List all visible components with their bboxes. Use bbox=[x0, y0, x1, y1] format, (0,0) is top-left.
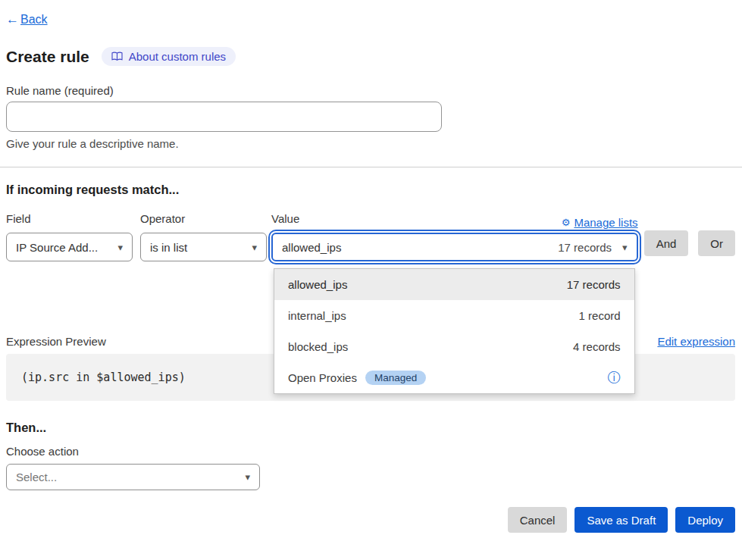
back-label: Back bbox=[20, 13, 48, 27]
manage-lists-link[interactable]: ⚙ Manage lists bbox=[562, 216, 638, 229]
operator-select[interactable]: is in list ▾ bbox=[140, 233, 267, 261]
chevron-down-icon: ▾ bbox=[622, 242, 628, 252]
field-select[interactable]: IP Source Add... ▾ bbox=[6, 233, 133, 261]
page-title: Create rule bbox=[6, 48, 89, 66]
value-dropdown-panel: allowed_ips 17 records internal_ips 1 re… bbox=[274, 268, 635, 394]
info-icon[interactable]: ⓘ bbox=[608, 371, 621, 384]
value-select-value: allowed_ips bbox=[282, 241, 341, 254]
manage-lists-label: Manage lists bbox=[574, 216, 637, 229]
option-records: 17 records bbox=[567, 278, 621, 291]
value-label: Value bbox=[271, 212, 299, 229]
operator-select-value: is in list bbox=[150, 241, 187, 254]
rule-name-label: Rule name (required) bbox=[6, 84, 735, 97]
action-select-placeholder: Select... bbox=[16, 471, 57, 483]
option-name: allowed_ips bbox=[288, 278, 347, 291]
expression-preview-label: Expression Preview bbox=[6, 335, 106, 348]
option-records: 1 record bbox=[579, 309, 621, 322]
rule-name-input[interactable] bbox=[6, 102, 442, 132]
dropdown-option-allowed-ips[interactable]: allowed_ips 17 records bbox=[274, 269, 634, 300]
save-as-draft-button[interactable]: Save as Draft bbox=[575, 507, 668, 533]
value-select-records: 17 records bbox=[558, 241, 612, 254]
match-section-heading: If incoming requests match... bbox=[6, 183, 735, 197]
chevron-down-icon: ▾ bbox=[245, 472, 250, 482]
choose-action-label: Choose action bbox=[6, 445, 735, 458]
managed-badge: Managed bbox=[365, 371, 426, 385]
about-badge-label: About custom rules bbox=[129, 50, 226, 63]
book-icon bbox=[111, 52, 123, 61]
deploy-button[interactable]: Deploy bbox=[675, 507, 735, 533]
option-records: 4 records bbox=[573, 340, 621, 353]
field-label: Field bbox=[6, 212, 133, 229]
field-select-value: IP Source Add... bbox=[16, 241, 98, 254]
section-divider bbox=[0, 167, 742, 167]
gear-icon: ⚙ bbox=[562, 217, 571, 228]
back-arrow-icon: ← bbox=[6, 12, 19, 27]
action-select[interactable]: Select... ▾ bbox=[6, 464, 260, 490]
create-rule-page: ←Back Create rule About custom rules Rul… bbox=[0, 0, 742, 533]
operator-label: Operator bbox=[140, 212, 267, 229]
and-button[interactable]: And bbox=[644, 230, 689, 256]
back-link[interactable]: ←Back bbox=[6, 12, 48, 27]
chevron-down-icon: ▾ bbox=[252, 242, 257, 252]
value-select[interactable]: allowed_ips 17 records ▾ bbox=[271, 233, 638, 261]
option-name: Open Proxies bbox=[288, 371, 357, 384]
option-name: internal_ips bbox=[288, 309, 346, 322]
or-button[interactable]: Or bbox=[698, 230, 735, 256]
expression-code-text: (ip.src in $allowed_ips) bbox=[21, 371, 186, 384]
about-custom-rules-link[interactable]: About custom rules bbox=[102, 47, 236, 66]
edit-expression-link[interactable]: Edit expression bbox=[657, 335, 735, 348]
condition-row: Field IP Source Add... ▾ Operator is in … bbox=[6, 212, 735, 261]
cancel-button[interactable]: Cancel bbox=[508, 507, 568, 533]
option-name: blocked_ips bbox=[288, 340, 348, 353]
chevron-down-icon: ▾ bbox=[117, 242, 123, 252]
rule-name-helper: Give your rule a descriptive name. bbox=[6, 137, 735, 150]
then-section-heading: Then... bbox=[6, 421, 735, 435]
footer-actions: Cancel Save as Draft Deploy bbox=[6, 507, 735, 533]
dropdown-option-internal-ips[interactable]: internal_ips 1 record bbox=[274, 300, 634, 331]
dropdown-option-open-proxies[interactable]: Open Proxies Managed ⓘ bbox=[274, 362, 634, 393]
dropdown-option-blocked-ips[interactable]: blocked_ips 4 records bbox=[274, 331, 634, 362]
